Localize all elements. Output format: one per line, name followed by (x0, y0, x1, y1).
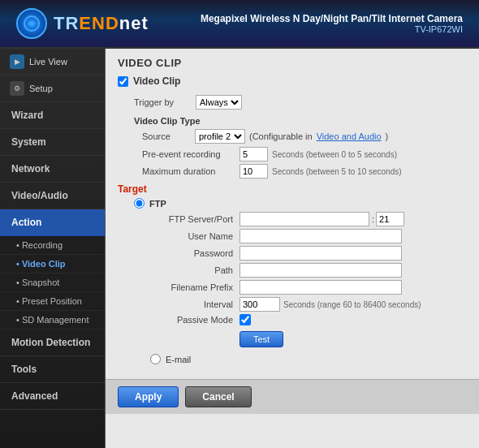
ftp-server-row: FTP Server/Port : (150, 212, 467, 226)
trigger-row: Trigger by Always (134, 95, 467, 110)
pre-event-row: Pre-event recording Seconds (between 0 t… (142, 147, 467, 162)
path-label: Path (150, 265, 240, 275)
interval-label: Interval (150, 299, 240, 309)
password-input[interactable] (240, 246, 402, 261)
bottom-bar: Apply Cancel (106, 379, 479, 414)
ftp-radio-row: FTP (134, 198, 467, 209)
path-row: Path (150, 263, 467, 278)
setup-label: Setup (29, 84, 53, 93)
logo-icon (16, 8, 47, 39)
logo-area: TRENDnet (16, 8, 149, 39)
content-area: VIDEO CLIP Video Clip Trigger by Always … (106, 49, 479, 448)
sidebar-sub-item-snapshot[interactable]: • Snapshot (0, 274, 105, 292)
header: TRENDnet Megapixel Wireless N Day/Night … (0, 0, 479, 49)
max-duration-row: Maximum duration Seconds (between 5 to 1… (142, 164, 467, 179)
source-select[interactable]: profile 2 (195, 129, 245, 144)
trigger-label: Trigger by (134, 97, 191, 107)
passive-mode-row: Passive Mode (150, 314, 467, 325)
sidebar-item-network[interactable]: Network (0, 156, 105, 183)
sidebar-sub-item-recording[interactable]: • Recording (0, 236, 105, 255)
sidebar-sub-item-sd-management[interactable]: • SD Management (0, 311, 105, 330)
email-radio-row: E-mail (150, 354, 467, 364)
path-input[interactable] (240, 263, 402, 278)
password-label: Password (150, 248, 240, 258)
apply-button[interactable]: Apply (118, 386, 179, 407)
max-duration-input[interactable] (240, 164, 268, 179)
ftp-radio[interactable] (134, 198, 145, 209)
sidebar-live-view-button[interactable]: ▶ Live View (0, 49, 105, 75)
pre-event-label: Pre-event recording (142, 149, 235, 159)
header-title: Megapixel Wireless N Day/Night Pan/Tilt … (201, 13, 463, 34)
video-clip-type-label: Video Clip Type (134, 116, 467, 126)
email-radio[interactable] (150, 354, 161, 364)
sidebar-item-advanced[interactable]: Advanced (0, 383, 105, 410)
ftp-port-input[interactable] (376, 212, 404, 226)
filename-prefix-input[interactable] (240, 280, 402, 295)
sidebar-item-system[interactable]: System (0, 129, 105, 156)
sidebar-item-video-audio[interactable]: Video/Audio (0, 183, 105, 209)
username-label: User Name (150, 231, 240, 241)
ftp-server-input[interactable] (240, 212, 369, 226)
header-title-line1: Megapixel Wireless N Day/Night Pan/Tilt … (201, 13, 463, 24)
interval-row: Interval Seconds (range 60 to 86400 seco… (150, 297, 467, 312)
video-clip-checkbox-row: Video Clip (118, 75, 467, 87)
passive-mode-label: Passive Mode (150, 315, 240, 325)
ftp-port-separator: : (372, 214, 374, 224)
sidebar-item-motion-detection[interactable]: Motion Detection (0, 330, 105, 356)
username-input[interactable] (240, 229, 402, 243)
sidebar-setup-button[interactable]: ⚙ Setup (0, 75, 105, 102)
ftp-server-label: FTP Server/Port (150, 214, 240, 224)
filename-prefix-label: Filename Prefix (150, 282, 240, 292)
max-duration-hint: Seconds (between 5 to 10 seconds) (272, 167, 402, 176)
live-view-icon: ▶ (10, 54, 24, 69)
interval-input[interactable] (240, 297, 280, 312)
ftp-section: FTP Server/Port : User Name Password (150, 212, 467, 347)
video-clip-checkbox-label: Video Clip (133, 75, 180, 87)
filename-prefix-row: Filename Prefix (150, 280, 467, 295)
pre-event-input[interactable] (240, 147, 268, 162)
logo-text: TRENDnet (54, 13, 149, 34)
video-clip-checkbox[interactable] (118, 76, 128, 87)
ftp-label: FTP (149, 199, 166, 209)
source-row: Source profile 2 (Configurable in Video … (142, 129, 467, 144)
test-button[interactable]: Test (240, 331, 283, 347)
live-view-label: Live View (29, 57, 67, 67)
trigger-select[interactable]: Always (196, 95, 242, 110)
configurable-prefix: (Configurable in (249, 131, 313, 141)
username-row: User Name (150, 229, 467, 243)
target-label: Target (118, 183, 467, 195)
content-wrapper: VIDEO CLIP Video Clip Trigger by Always … (106, 49, 479, 414)
passive-mode-checkbox[interactable] (240, 314, 251, 325)
sidebar-item-tools[interactable]: Tools (0, 356, 105, 383)
header-title-line2: TV-IP672WI (201, 24, 463, 34)
sidebar-sub-item-video-clip[interactable]: • Video Clip (0, 255, 105, 274)
pre-event-hint: Seconds (between 0 to 5 seconds) (272, 150, 397, 159)
interval-hint: Seconds (range 60 to 86400 seconds) (283, 300, 421, 309)
content-inner: VIDEO CLIP Video Clip Trigger by Always … (106, 49, 479, 379)
sidebar-item-wizard[interactable]: Wizard (0, 102, 105, 129)
email-label: E-mail (166, 355, 191, 364)
sidebar: ▶ Live View ⚙ Setup Wizard System Networ… (0, 49, 106, 448)
sidebar-sub-item-preset-position[interactable]: • Preset Position (0, 292, 105, 311)
configurable-suffix: ) (386, 131, 389, 141)
section-title: VIDEO CLIP (118, 57, 467, 69)
main-layout: ▶ Live View ⚙ Setup Wizard System Networ… (0, 49, 479, 448)
max-duration-label: Maximum duration (142, 166, 235, 176)
test-button-row: Test (150, 329, 467, 347)
cancel-button[interactable]: Cancel (185, 386, 251, 407)
sidebar-item-action[interactable]: Action (0, 209, 105, 236)
setup-icon: ⚙ (10, 81, 24, 96)
password-row: Password (150, 246, 467, 261)
video-audio-link[interactable]: Video and Audio (317, 131, 382, 141)
source-label: Source (142, 131, 191, 141)
